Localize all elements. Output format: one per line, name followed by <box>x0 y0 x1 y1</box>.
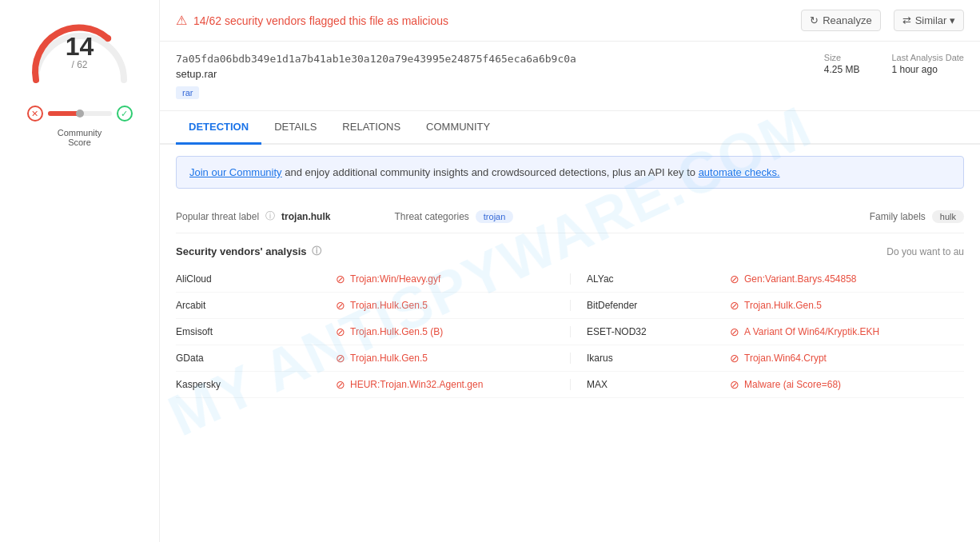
table-row: GData ⊘ Trojan.Hulk.Gen.5 Ikarus ⊘ Troja… <box>176 345 964 372</box>
vendor-name-left: Kaspersky <box>176 379 336 390</box>
vendor-detection-left: ⊘ HEUR:Trojan.Win32.Agent.gen <box>336 378 570 391</box>
content-area: Join our Community and enjoy additional … <box>160 145 980 542</box>
community-banner: Join our Community and enjoy additional … <box>176 156 964 189</box>
detection-text-right: Malware (ai Score=68) <box>744 379 841 390</box>
alert-icon: ⚠ <box>176 13 187 28</box>
check-icon[interactable]: ✓ <box>117 106 133 122</box>
right-panel: ⚠ 14/62 security vendors flagged this fi… <box>160 0 980 542</box>
detection-text-right: A Variant Of Win64/Kryptik.EKH <box>744 326 879 337</box>
gauge-numbers: 14 / 62 <box>66 34 94 70</box>
banner-middle-text: and enjoy additional community insights … <box>282 166 699 178</box>
vendors-section: Security vendors' analysis ⓘ Do you want… <box>176 237 964 398</box>
file-tag: rar <box>176 86 199 99</box>
tab-community[interactable]: COMMUNITY <box>413 111 503 145</box>
join-community-link[interactable]: Join our Community <box>189 166 282 178</box>
table-row: Emsisoft ⊘ Trojan.Hulk.Gen.5 (B) ESET-NO… <box>176 319 964 345</box>
vendor-name-left: GData <box>176 353 336 364</box>
vendor-detection-left: ⊘ Trojan.Hulk.Gen.5 (B) <box>336 325 570 338</box>
detection-text-left: Trojan.Hulk.Gen.5 <box>350 353 428 364</box>
detection-icon-right: ⊘ <box>730 299 739 312</box>
detection-icon-left: ⊘ <box>336 352 345 365</box>
alert-text: 14/62 security vendors flagged this file… <box>193 14 448 27</box>
file-name: setup.rar <box>176 68 824 80</box>
vendor-name-left: AliCloud <box>176 273 336 285</box>
vendor-detection-right: ⊘ Gen:Variant.Barys.454858 <box>730 273 964 285</box>
detection-text-left: Trojan.Hulk.Gen.5 (B) <box>350 326 443 337</box>
reanalyze-button[interactable]: ↻ Reanalyze <box>801 10 880 31</box>
detection-text-left: Trojan.Hulk.Gen.5 <box>350 300 428 311</box>
detection-icon-right: ⊘ <box>730 273 739 285</box>
file-info: 7a05fda06bdb349e1d1a7b41ab1e30a120a79e43… <box>160 42 980 111</box>
vendor-table: AliCloud ⊘ Trojan:Win/Heavy.gyf ALYac ⊘ … <box>176 266 964 398</box>
vendor-name-right: ESET-NOD32 <box>570 326 730 337</box>
gauge-detected: 14 <box>66 34 94 59</box>
file-hash: 7a05fda06bdb349e1d1a7b41ab1e30a120a79e43… <box>176 53 824 65</box>
family-value: hulk <box>932 210 964 223</box>
vendors-auto-text: Do you want to au <box>886 246 964 257</box>
vendor-name-right: Ikarus <box>570 353 730 364</box>
vendor-detection-right: ⊘ A Variant Of Win64/Kryptik.EKH <box>730 325 964 338</box>
table-row: Kaspersky ⊘ HEUR:Trojan.Win32.Agent.gen … <box>176 372 964 398</box>
vendors-header: Security vendors' analysis ⓘ Do you want… <box>176 237 964 266</box>
vendor-detection-right: ⊘ Malware (ai Score=68) <box>730 378 964 391</box>
vendor-detection-right: ⊘ Trojan.Win64.Crypt <box>730 352 964 365</box>
vendor-detection-right: ⊘ Trojan.Hulk.Gen.5 <box>730 299 964 312</box>
automate-link[interactable]: automate checks. <box>699 166 780 178</box>
detection-icon-left: ⊘ <box>336 299 345 312</box>
left-panel: 14 / 62 ✕ ✓ Community Score <box>0 0 160 542</box>
family-label: Family labels <box>870 211 926 222</box>
similar-icon: ⇄ <box>902 14 911 26</box>
popular-info-icon: ⓘ <box>265 209 275 223</box>
reanalyze-icon: ↻ <box>810 14 819 26</box>
vendor-name-right: BitDefender <box>570 300 730 311</box>
vendors-title-text: Security vendors' analysis <box>176 245 307 257</box>
gauge-container: 14 / 62 <box>24 16 136 88</box>
popular-threat-section: Popular threat label ⓘ trojan.hulk <box>176 209 330 223</box>
score-bar <box>48 111 112 116</box>
last-analysis-value: 1 hour ago <box>892 64 965 75</box>
tab-relations[interactable]: RELATIONS <box>329 111 413 145</box>
file-info-left: 7a05fda06bdb349e1d1a7b41ab1e30a120a79e43… <box>176 53 824 99</box>
categories-label: Threat categories <box>394 211 468 222</box>
vendor-name-left: Emsisoft <box>176 326 336 337</box>
tab-details[interactable]: DETAILS <box>261 111 329 145</box>
tab-detection[interactable]: DETECTION <box>176 111 261 145</box>
categories-value: trojan <box>476 210 514 223</box>
detection-text-left: HEUR:Trojan.Win32.Agent.gen <box>350 379 483 390</box>
threat-info-row: Popular threat label ⓘ trojan.hulk Threa… <box>176 200 964 233</box>
similar-button[interactable]: ⇄ Similar ▾ <box>894 10 964 31</box>
detection-icon-right: ⊘ <box>730 378 739 391</box>
vendor-name-left: Arcabit <box>176 300 336 311</box>
detection-text-right: Trojan.Win64.Crypt <box>744 353 827 364</box>
detection-text-right: Trojan.Hulk.Gen.5 <box>744 300 822 311</box>
svg-point-0 <box>105 35 111 42</box>
detection-text-right: Gen:Variant.Barys.454858 <box>744 273 857 285</box>
x-icon[interactable]: ✕ <box>27 106 43 122</box>
last-analysis-block: Last Analysis Date 1 hour ago <box>892 53 965 99</box>
file-tags: rar <box>176 86 824 99</box>
vendors-title: Security vendors' analysis ⓘ <box>176 245 321 258</box>
score-dot <box>76 110 84 118</box>
gauge-total: / 62 <box>66 59 94 70</box>
tabs: DETECTION DETAILS RELATIONS COMMUNITY <box>160 111 980 145</box>
size-label: Size <box>824 53 860 62</box>
alert-actions: ↻ Reanalyze ⇄ Similar ▾ <box>801 10 964 31</box>
vendors-info-icon: ⓘ <box>312 245 321 258</box>
popular-label: Popular threat label <box>176 211 259 222</box>
community-score-row: ✕ ✓ <box>8 106 151 122</box>
detection-icon-right: ⊘ <box>730 352 739 365</box>
detection-icon-left: ⊘ <box>336 325 345 338</box>
vendor-name-right: ALYac <box>570 273 730 285</box>
detection-icon-right: ⊘ <box>730 325 739 338</box>
vendor-detection-left: ⊘ Trojan.Hulk.Gen.5 <box>336 352 570 365</box>
file-info-right: Size 4.25 MB Last Analysis Date 1 hour a… <box>824 53 964 99</box>
alert-left: ⚠ 14/62 security vendors flagged this fi… <box>176 13 448 28</box>
last-analysis-label: Last Analysis Date <box>892 53 965 62</box>
similar-label: Similar ▾ <box>915 14 955 26</box>
detection-text-left: Trojan:Win/Heavy.gyf <box>350 273 440 285</box>
popular-value: trojan.hulk <box>281 211 330 222</box>
reanalyze-label: Reanalyze <box>823 14 871 26</box>
size-value: 4.25 MB <box>824 64 860 75</box>
family-labels-section: Family labels hulk <box>870 210 964 223</box>
detection-icon-left: ⊘ <box>336 273 345 285</box>
